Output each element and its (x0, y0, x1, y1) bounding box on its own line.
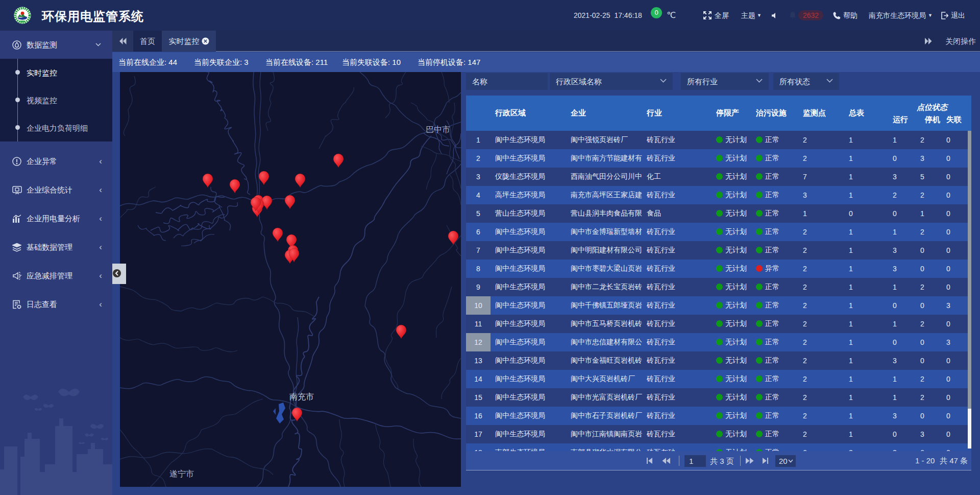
svg-text:遂宁市: 遂宁市 (169, 469, 194, 478)
svg-text:南充市: 南充市 (289, 392, 314, 401)
svg-text:巴中市: 巴中市 (426, 125, 450, 134)
